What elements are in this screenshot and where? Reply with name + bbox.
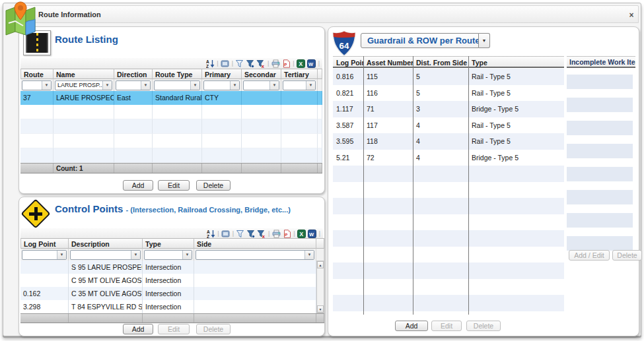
guardrail-row[interactable]: 0.816 115 5 Rail - Type 5 [333,69,564,85]
filter-icon[interactable] [236,229,245,238]
work-item-delete-button[interactable]: Delete [612,250,642,261]
column-header-route[interactable]: Route [20,69,54,79]
cell-log-point: 3.595 [333,133,363,150]
toolbar-separator: | [232,60,233,67]
route-type-filter-combo[interactable]: ▼ [154,80,200,90]
chevron-down-icon[interactable]: ▼ [306,81,315,90]
guardrail-edit-button[interactable]: Edit [431,321,462,331]
control-points-scrollbar[interactable]: ▲ ▼ [316,261,324,313]
row-count: Count: 1 [54,164,114,173]
scroll-up-icon[interactable]: ▲ [317,261,324,268]
cell-asset-number: 115 [363,69,413,85]
filter-applied-icon[interactable] [246,59,255,68]
asset-type-selector-label: Guardrail & ROW per Route [361,33,479,48]
print-preview-icon[interactable] [221,229,231,238]
cell-type: Rail - Type 5 [468,133,564,150]
scroll-down-icon[interactable]: ▼ [317,305,324,313]
control-point-edit-button[interactable]: Edit [158,324,190,334]
chevron-down-icon[interactable]: ▼ [269,81,279,90]
chevron-down-icon[interactable]: ▼ [190,81,199,90]
toolbar-separator: | [319,230,320,237]
control-point-row[interactable]: C 95 MT OLIVE AGOSTA RD Intersection [20,274,324,287]
empty-row [333,247,564,263]
side-filter-combo[interactable]: ▼ [196,250,314,260]
route-row-selected[interactable]: 37 LARUE PROSPECT RD East Standard Rural… [20,91,322,105]
print-icon[interactable] [271,229,281,238]
word-icon[interactable]: W [308,229,317,238]
cell-type: Rail - Type 5 [468,117,564,134]
guardrail-row[interactable]: 3.595 118 4 Rail - Type 5 [333,133,564,150]
summary-row [20,313,324,323]
chevron-down-icon[interactable]: ▼ [479,33,490,48]
guardrail-row[interactable]: 3.587 117 4 Rail - Type 5 [333,117,564,134]
word-icon[interactable]: W [307,59,316,68]
chevron-down-icon[interactable]: ▼ [304,251,314,259]
column-header-side[interactable]: Side [194,238,316,249]
filter-applied-icon[interactable] [246,229,256,238]
pdf-icon[interactable]: P [282,229,291,238]
close-icon[interactable]: × [626,11,637,21]
chevron-down-icon[interactable]: ▼ [57,251,66,259]
route-delete-button[interactable]: Delete [196,180,231,191]
scrollbar-track[interactable] [317,268,324,305]
secondar-filter-combo[interactable]: ▼ [243,80,279,90]
column-header-route-type[interactable]: Route Type [153,69,202,79]
control-point-add-button[interactable]: Add [123,324,153,334]
control-points-header-row: Log Point Description Type Side [20,238,324,249]
intersection-sign-icon [20,199,50,228]
control-point-row[interactable]: S 95 LARUE PROSPECT RD Intersection [20,261,324,274]
filter-icon[interactable] [235,59,244,68]
excel-icon[interactable]: X [297,59,306,68]
description-filter-combo[interactable]: ▼ [70,250,141,260]
work-item-add-edit-button[interactable]: Add / Edit [569,250,610,261]
chevron-down-icon[interactable]: ▼ [141,81,150,90]
guardrail-delete-button[interactable]: Delete [466,321,501,331]
control-point-row[interactable]: 3.298 T 84 ESPYVILLE RD S Intersection [20,300,324,313]
column-header-name[interactable]: Name [54,69,114,79]
chevron-down-icon[interactable]: ▼ [102,81,112,90]
column-header-spacer [316,238,324,249]
cell-type: Bridge - Type 5 [468,150,564,166]
guardrail-row[interactable]: 1.117 71 3 Bridge - Type 5 [333,101,564,117]
print-icon[interactable] [271,59,280,68]
column-header-direction[interactable]: Direction [114,69,153,79]
column-header-primary[interactable]: Primary [202,69,242,79]
column-header-type[interactable]: Type [143,238,194,249]
route-add-button[interactable]: Add [123,180,153,191]
column-header-description[interactable]: Description [69,238,143,249]
column-header-tertiary[interactable]: Tertiary [281,69,318,79]
primary-filter-combo[interactable]: ▼ [203,80,240,90]
control-point-delete-button[interactable]: Delete [196,324,231,334]
pdf-icon[interactable]: P [281,59,291,68]
route-filter-combo[interactable]: ▼ [22,80,52,90]
incomplete-row-stripe [567,144,633,158]
filter-clear-icon[interactable]: x [256,59,266,68]
column-header-secondar[interactable]: Secondar [242,69,281,79]
route-edit-button[interactable]: Edit [158,180,190,191]
type-filter-combo[interactable]: ▼ [144,250,192,260]
name-filter-combo[interactable]: LARUE PROSP...▼ [55,80,112,90]
guardrail-add-button[interactable]: Add [395,321,428,331]
filter-clear-icon[interactable]: x [257,229,266,238]
control-points-title-text: Control Points [55,203,123,214]
chevron-down-icon[interactable]: ▼ [131,251,140,259]
cell-dist-from-side: 4 [413,117,468,134]
sort-az-icon[interactable]: AZ [205,59,215,68]
tertiary-filter-combo[interactable]: ▼ [283,80,316,90]
chevron-down-icon[interactable]: ▼ [230,81,239,90]
chevron-down-icon[interactable]: ▼ [42,81,51,90]
cell-dist-from-side: 4 [413,133,468,150]
chevron-down-icon[interactable]: ▼ [182,251,192,259]
asset-type-selector[interactable]: Guardrail & ROW per Route ▼ [361,33,490,48]
control-point-row[interactable]: 0.162 C 35 MT OLIVE AGOSTA RD Intersecti… [20,287,324,300]
sort-az-icon[interactable]: AZ [206,229,215,238]
column-header-log-point[interactable]: Log Point [20,238,69,249]
guardrail-row[interactable]: 5.21 72 4 Bridge - Type 5 [333,150,564,166]
column-header-incomplete-work-item[interactable]: Incomplete Work Item [567,56,635,67]
excel-icon[interactable]: X [297,229,306,238]
direction-filter-combo[interactable]: ▼ [116,80,151,90]
log-point-filter-combo[interactable]: ▼ [22,250,67,260]
print-preview-icon[interactable] [221,59,230,68]
guardrail-row[interactable]: 0.821 116 5 Rail - Type 5 [333,85,564,102]
cell-description: C 95 MT OLIVE AGOSTA RD [69,274,143,287]
